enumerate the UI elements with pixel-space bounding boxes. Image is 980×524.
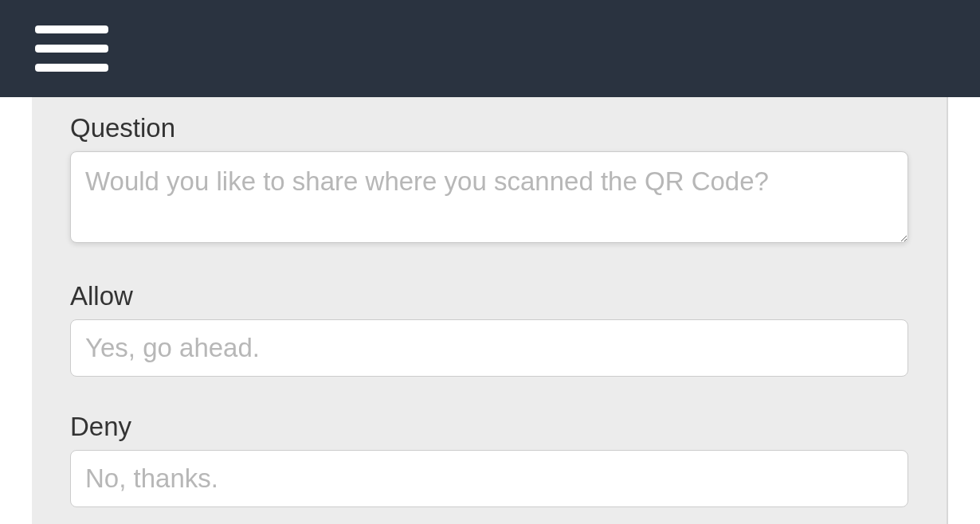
hamburger-menu-icon[interactable] [35, 25, 108, 72]
deny-field-group: Deny [70, 412, 908, 507]
deny-input[interactable] [70, 450, 908, 507]
question-field-group: Question [70, 113, 908, 246]
allow-input[interactable] [70, 319, 908, 377]
hamburger-line [35, 64, 108, 72]
deny-label: Deny [70, 412, 908, 442]
form-panel: Question Allow Deny [32, 97, 948, 524]
question-input[interactable] [70, 151, 908, 243]
hamburger-line [35, 45, 108, 53]
content-wrapper: Question Allow Deny [0, 97, 980, 524]
allow-field-group: Allow [70, 281, 908, 377]
app-header [0, 0, 980, 97]
question-label: Question [70, 113, 908, 143]
allow-label: Allow [70, 281, 908, 311]
hamburger-line [35, 25, 108, 33]
